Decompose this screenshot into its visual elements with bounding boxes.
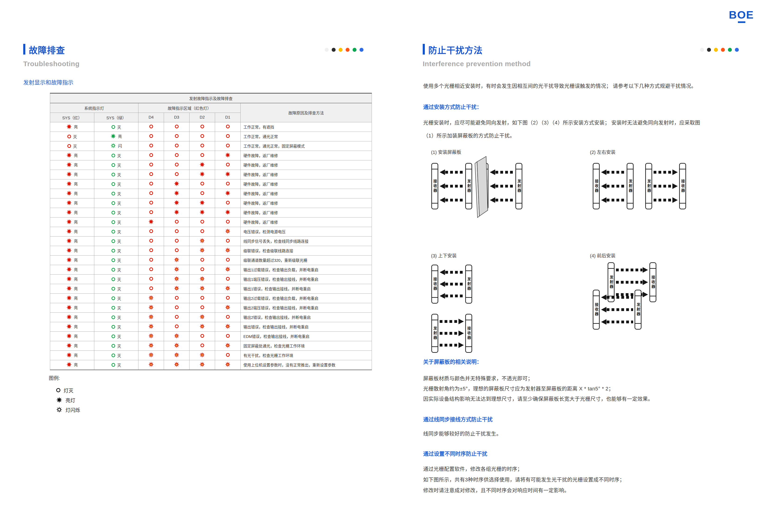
- indicator-off-icon: [200, 334, 204, 338]
- indicator-flash-icon: [174, 343, 179, 348]
- indicator-state-label: 灭: [117, 343, 121, 349]
- indicator-off-icon: [175, 315, 179, 319]
- indicator-off-icon: [226, 182, 230, 186]
- emitter-bar: 发射器: [635, 290, 642, 330]
- fault-description: 输出2过载错误，检查输出负载，并断电重启: [241, 293, 372, 303]
- indicator-cell: [215, 132, 241, 141]
- indicator-cell: [215, 351, 241, 360]
- receiver-label: 接收器: [651, 275, 655, 289]
- indicator-cell: [189, 170, 215, 180]
- indicator-on-icon: [199, 200, 205, 205]
- page-title: 故障排查: [29, 46, 65, 55]
- indicator-cell: 亮: [50, 322, 94, 332]
- indicator-cell: 亮: [50, 170, 94, 180]
- grating-pair: 接收器 发射器: [431, 265, 472, 304]
- indicator-cell: 亮: [50, 151, 94, 160]
- legend-title: 图例:: [49, 374, 80, 381]
- table-row: 亮灭输出1端压错误，检查输出接线，并断电重启: [50, 275, 372, 284]
- indicator-on-icon: [199, 172, 205, 177]
- indicator-cell: [164, 256, 189, 265]
- indicator-on-icon: [174, 181, 179, 186]
- indicator-off-icon: [112, 239, 115, 243]
- fault-description: 工作正常，通光正常，固定屏蔽模式: [241, 141, 372, 151]
- table-row: 亮灭硬件故障，返厂维修: [50, 170, 372, 180]
- diagram2-caption: (2) 左右安装: [590, 148, 615, 155]
- indicator-state-label: 灭: [117, 295, 121, 301]
- indicator-cell: [138, 322, 164, 332]
- shield-note-line1: 屏蔽板材质与颜色并无特殊要求，不透光即可；: [423, 374, 533, 382]
- indicator-off-icon: [175, 239, 179, 243]
- indicator-off-icon: [112, 192, 115, 195]
- emitter-bar: 发射器: [465, 163, 472, 209]
- beam-arrow-icon: [607, 171, 625, 174]
- grating-pair: 接收器 发射器: [593, 163, 634, 209]
- indicator-state-label: 灭: [117, 352, 121, 358]
- indicator-off-icon: [149, 229, 153, 233]
- indicator-cell: 亮: [50, 189, 94, 198]
- indicator-state-label: 灭: [117, 210, 121, 216]
- indicator-cell: [189, 132, 215, 141]
- indicator-state-label: 亮: [118, 133, 122, 139]
- indicator-state-label: 亮: [74, 276, 78, 282]
- indicator-off-icon: [226, 258, 230, 262]
- indicator-state-label: 灭: [117, 334, 121, 339]
- indicator-cell: [189, 208, 215, 217]
- indicator-cell: [138, 313, 164, 322]
- indicator-cell: 灭: [94, 151, 138, 160]
- fault-description: 输出2错误，检查输出接线，并断电重启: [241, 313, 372, 322]
- table-row: 亮灭硬件故障，返厂维修: [50, 180, 372, 189]
- indicator-state-label: 亮: [74, 343, 78, 348]
- indicator-state-label: 亮: [74, 209, 78, 215]
- fault-description: 电压错误，检测电源电压: [241, 227, 372, 237]
- install-body-line2: （1）所示加装屏蔽板的方式防止干扰。: [423, 131, 515, 139]
- indicator-cell: 亮: [50, 265, 94, 275]
- indicator-state-label: 亮: [74, 228, 78, 234]
- light-beams: [438, 314, 465, 353]
- indicator-cell: [138, 189, 164, 198]
- table-row: 亮灭硬件故障，返厂维修: [50, 208, 372, 217]
- indicator-flash-icon: [148, 343, 154, 348]
- light-beams: [600, 163, 626, 209]
- indicator-cell: 灭: [94, 237, 138, 246]
- indicator-on-icon: [66, 238, 72, 244]
- indicator-on-icon: [225, 210, 230, 215]
- pager-dot: [346, 48, 350, 52]
- receiver-bar: 接收器: [465, 314, 472, 353]
- indicator-off-icon: [149, 172, 153, 176]
- indicator-cell: [215, 237, 241, 246]
- indicator-state-label: 灭: [117, 267, 121, 273]
- indicator-off-icon: [112, 182, 115, 186]
- table-row: 亮灭线同步信号丢失，检查线同步线路连接: [50, 237, 372, 246]
- indicator-cell: 亮: [50, 360, 94, 370]
- receiver-bar: 接收器: [431, 265, 438, 304]
- indicator-cell: [215, 180, 241, 189]
- indicator-cell: [189, 122, 215, 132]
- indicator-cell: [138, 360, 164, 370]
- indicator-on-icon: [66, 305, 72, 310]
- indicator-on-icon: [66, 191, 72, 196]
- pager-dot: [353, 48, 357, 52]
- indicator-cell: 亮: [50, 351, 94, 360]
- indicator-cell: [215, 217, 241, 227]
- beam-arrow-icon: [445, 199, 464, 201]
- indicator-on-icon: [174, 210, 179, 215]
- left-section-title: 故障排查: [23, 43, 65, 56]
- indicator-cell: 亮: [50, 293, 94, 303]
- indicator-cell: [164, 180, 189, 189]
- indicator-flash-icon: [199, 324, 205, 329]
- indicator-cell: [215, 284, 241, 293]
- pager-dot: [728, 48, 732, 52]
- indicator-cell: [138, 132, 164, 141]
- indicator-off-icon: [149, 144, 153, 147]
- indicator-off-icon: [112, 258, 115, 262]
- emitter-bar: 发射器: [626, 163, 634, 209]
- receiver-bar: 接收器: [593, 163, 600, 209]
- indicator-cell: [189, 151, 215, 160]
- beam-arrow-icon: [495, 199, 514, 201]
- indicator-on-icon: [66, 228, 72, 234]
- fault-description: 硬件故障，返厂维修: [241, 217, 372, 227]
- indicator-state-label: 灭: [117, 219, 121, 225]
- table-row: 亮灭硬件故障，返厂维修: [50, 198, 372, 208]
- col-d3: D3: [164, 113, 189, 122]
- indicator-state-label: 亮: [74, 352, 78, 358]
